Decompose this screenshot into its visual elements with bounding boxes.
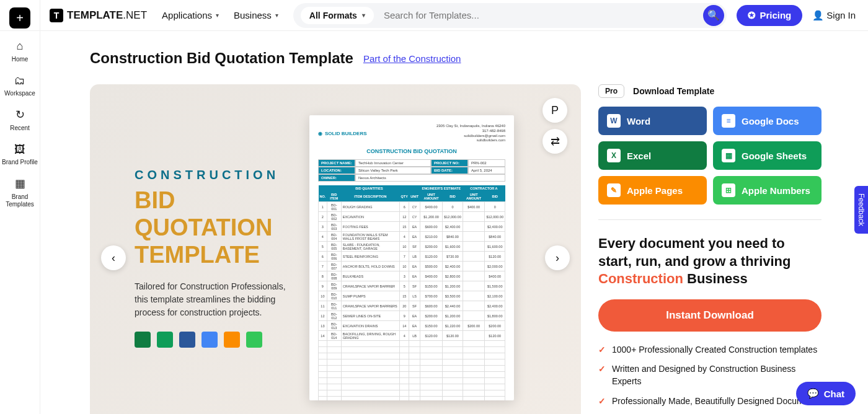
pro-badge: Pro xyxy=(598,84,624,98)
templates-icon: ▦ xyxy=(15,177,25,191)
rail-workspace[interactable]: 🗂Workspace xyxy=(2,74,38,98)
briefcase-icon: 🗂 xyxy=(14,74,25,88)
category-link[interactable]: Part of the Construction xyxy=(363,53,461,64)
share-icon: ⇄ xyxy=(551,134,560,148)
download-title: Download Template xyxy=(633,86,714,96)
download-excel[interactable]: XExcel xyxy=(598,141,707,170)
rail-label: Brand Templates xyxy=(2,193,38,208)
template-preview: ‹ › P ⇄ CONSTRUCTION BID QUOTATION TEMPL… xyxy=(90,84,581,414)
signin-label: Sign In xyxy=(826,10,856,20)
header: T TEMPLATE.NET Applications▾ Business▾ A… xyxy=(0,0,868,31)
chevron-down-icon: ▾ xyxy=(362,12,365,19)
search-icon: 🔍 xyxy=(707,9,720,21)
logo[interactable]: T TEMPLATE.NET xyxy=(50,9,147,22)
format-icon: ≡ xyxy=(722,114,735,128)
chat-button[interactable]: 💬Chat xyxy=(796,382,856,405)
instant-download-button[interactable]: Instant Download xyxy=(598,299,822,332)
share-icons: P ⇄ xyxy=(542,98,567,154)
format-icon: W xyxy=(607,114,621,128)
features-list: ✓1000+ Professionally Created Constructi… xyxy=(598,344,822,414)
home-icon: ⌂ xyxy=(17,40,24,53)
format-icon: ▦ xyxy=(722,149,735,162)
chevron-down-icon: ▾ xyxy=(275,12,278,19)
dl-label: Excel xyxy=(627,151,651,161)
search-bar: All Formats▾ 🔍 xyxy=(293,3,727,28)
clock-icon: ↻ xyxy=(16,108,25,122)
pricing-label: Pricing xyxy=(760,10,791,20)
search-button[interactable]: 🔍 xyxy=(703,5,724,26)
pinterest-button[interactable]: P xyxy=(542,98,567,123)
download-buttons: WWord≡Google DocsXExcel▦Google Sheets✎Ap… xyxy=(598,107,822,205)
chevron-down-icon: ▾ xyxy=(216,12,219,19)
content: ‹ › P ⇄ CONSTRUCTION BID QUOTATION TEMPL… xyxy=(90,84,849,414)
download-apple-pages[interactable]: ✎Apple Pages xyxy=(598,176,707,205)
dl-label: Google Docs xyxy=(742,116,799,126)
profile-icon: 🖼 xyxy=(14,143,25,157)
format-icon xyxy=(135,332,151,348)
doc-title: CONSTRUCTION BID QUOTATION xyxy=(318,148,505,154)
format-icon: ⊞ xyxy=(722,183,735,197)
check-icon: ✓ xyxy=(598,344,606,356)
format-icon: ✎ xyxy=(607,183,621,197)
title-row: Construction Bid Quotation Template Part… xyxy=(90,50,849,67)
left-rail: + ⌂Home 🗂Workspace ↻Recent 🖼Brand Profil… xyxy=(0,0,40,414)
building-icon: ◉ xyxy=(318,131,322,136)
doc-info-grid: PROJECT NAME:TechHub Innovation CenterPR… xyxy=(318,159,505,182)
format-icon xyxy=(246,332,262,348)
preview-heading: BID QUOTATION TEMPLATE xyxy=(135,187,297,268)
preview-kicker: CONSTRUCTION xyxy=(135,168,297,182)
format-icon: X xyxy=(607,149,621,162)
signin-link[interactable]: 👤Sign In xyxy=(812,10,856,21)
rail-brand-profile[interactable]: 🖼Brand Profile xyxy=(2,143,38,167)
format-icon xyxy=(179,332,195,348)
rail-label: Workspace xyxy=(4,90,35,97)
rail-recent[interactable]: ↻Recent xyxy=(2,108,38,132)
plus-icon: + xyxy=(16,11,24,25)
formats-dropdown[interactable]: All Formats▾ xyxy=(301,7,374,24)
dl-label: Apple Numbers xyxy=(742,185,810,196)
doc-company-logo: ◉SOLID BUILDERS xyxy=(318,124,367,143)
nav-label: Applications xyxy=(162,10,212,20)
chevron-left-icon: ‹ xyxy=(112,252,115,265)
pinterest-icon: P xyxy=(551,104,559,117)
check-icon: ✓ xyxy=(598,395,606,408)
main: Construction Bid Quotation Template Part… xyxy=(40,31,868,414)
format-icon xyxy=(157,332,173,348)
download-apple-numbers[interactable]: ⊞Apple Numbers xyxy=(713,176,822,205)
download-word[interactable]: WWord xyxy=(598,107,707,135)
feature-text: 1000+ Professionally Created Constructio… xyxy=(612,344,817,356)
chat-label: Chat xyxy=(824,389,844,399)
rail-label: Brand Profile xyxy=(2,159,38,166)
rail-brand-templates[interactable]: ▦Brand Templates xyxy=(2,177,38,208)
feature-item: ✓Written and Designed by Construction Bu… xyxy=(598,363,822,387)
sidebar-header: Pro Download Template xyxy=(598,84,822,98)
rail-label: Recent xyxy=(10,125,30,132)
dl-label: Apple Pages xyxy=(627,185,683,196)
feature-item: ✓Professionally Made, Beautifully Design… xyxy=(598,395,822,408)
pricing-button[interactable]: ✪Pricing xyxy=(737,5,802,26)
user-icon: 👤 xyxy=(812,10,824,21)
download-google-docs[interactable]: ≡Google Docs xyxy=(713,107,822,135)
doc-contact: 2305 Clay St, Indianapolis, Indiana 4624… xyxy=(436,124,505,143)
new-button[interactable]: + xyxy=(9,7,30,29)
nav-business[interactable]: Business▾ xyxy=(234,10,278,20)
share-button[interactable]: ⇄ xyxy=(542,129,567,154)
feedback-tab[interactable]: Feedback xyxy=(854,186,868,234)
sidebar: Pro Download Template WWord≡Google DocsX… xyxy=(598,84,822,414)
logo-badge: T xyxy=(50,9,63,22)
prev-slide-button[interactable]: ‹ xyxy=(101,245,126,270)
page-title: Construction Bid Quotation Template xyxy=(90,50,353,67)
rail-home[interactable]: ⌂Home xyxy=(2,40,38,63)
promo-text: Every document you need to start, run, a… xyxy=(598,235,822,288)
rail-label: Home xyxy=(12,56,29,63)
next-slide-button[interactable]: › xyxy=(545,245,570,270)
download-google-sheets[interactable]: ▦Google Sheets xyxy=(713,141,822,170)
logo-text: TEMPLATE.NET xyxy=(67,9,147,22)
feature-item: ✓1000+ Professionally Created Constructi… xyxy=(598,344,822,356)
preview-format-icons xyxy=(135,332,297,348)
nav-applications[interactable]: Applications▾ xyxy=(162,10,219,20)
document-mock: ◉SOLID BUILDERS 2305 Clay St, Indianapol… xyxy=(309,115,514,400)
feature-text: Written and Designed by Construction Bus… xyxy=(612,363,822,387)
search-input[interactable] xyxy=(384,10,704,20)
format-icon xyxy=(224,332,240,348)
